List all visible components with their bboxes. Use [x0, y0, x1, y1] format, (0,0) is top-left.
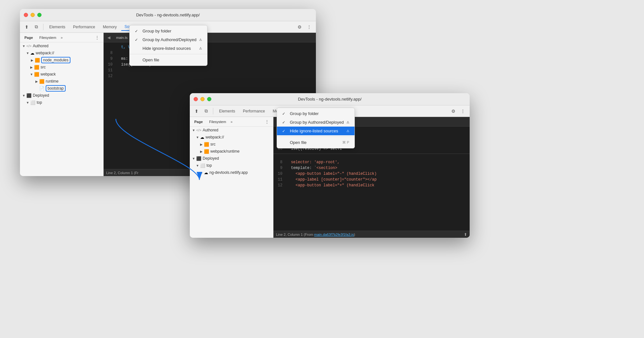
tab-performance-1[interactable]: Performance — [70, 23, 98, 31]
tree-item-src-2[interactable]: ▶ 🟧 src — [190, 141, 273, 148]
tree-item-webpack-2[interactable]: ▼ ☁ webpack:// — [190, 134, 273, 141]
tab-memory-1[interactable]: Memory — [100, 23, 120, 31]
close-button-2[interactable] — [194, 97, 198, 101]
code-text: <app-button label="-" (handleClick) — [286, 172, 470, 176]
sub-menu-btn-1[interactable]: ⋮ — [94, 34, 101, 41]
toolbar-right-1: ⚙ ⋮ — [295, 23, 313, 31]
cursor-icon-2[interactable]: ⬆ — [192, 107, 201, 115]
context-menu-2: ✓ Group by folder ✓ Group by Authored/De… — [277, 117, 355, 148]
line-number: 9 — [273, 166, 286, 170]
tree-item-top[interactable]: ▼ ⬜ top — [20, 99, 103, 106]
maximize-button-1[interactable] — [37, 13, 41, 17]
more-icon-2[interactable]: ⋮ — [459, 107, 467, 115]
expand-icon: ▶ — [199, 171, 204, 174]
filesystem-tab-1[interactable]: Filesystem — [37, 35, 58, 40]
folder-icon: 🟧 — [204, 142, 209, 147]
menu-label: Group by Authored/Deployed — [290, 120, 344, 125]
minimize-button-1[interactable] — [31, 13, 35, 17]
layers-icon[interactable]: ⧉ — [32, 23, 41, 31]
status-text: Line 2, Column 1 (Fr — [106, 171, 138, 175]
tag-icon: </> — [26, 44, 32, 48]
expand-icon: ▼ — [21, 94, 26, 97]
menu-group-by-authored-2[interactable]: ✓ Group by Authored/Deployed ⚠ — [277, 118, 354, 127]
check-icon: ✓ — [135, 38, 140, 42]
bootstrap-label: bootstrap — [46, 85, 66, 92]
sub-more-2[interactable]: » — [231, 120, 233, 124]
statusbar-2: Line 2, Column 1 (From main.da63f7b2fe3f… — [273, 231, 470, 238]
tab-elements-1[interactable]: Elements — [46, 23, 69, 31]
tree-item-webpack-runtime-2[interactable]: ▶ 🟧 webpack/runtime — [190, 148, 273, 155]
expand-icon: ▼ — [195, 164, 200, 167]
expand-icon: ▼ — [21, 44, 26, 48]
page-tab-2[interactable]: Page — [192, 119, 205, 124]
folder-icon: 🟧 — [35, 58, 40, 63]
tree-item-top-2[interactable]: ▼ ⬜ top — [190, 162, 273, 169]
expand-icon[interactable]: ⬆ — [464, 232, 467, 237]
deployed-label-2: Deployed — [203, 156, 219, 161]
tree-item-authored[interactable]: ▼ </> Authored — [20, 42, 103, 49]
layers-icon-2[interactable]: ⧉ — [202, 107, 210, 115]
check-icon: ✓ — [135, 33, 140, 33]
cloud-icon: ☁ — [30, 51, 34, 56]
top-label-2: top — [207, 163, 212, 168]
traffic-lights-2[interactable] — [194, 97, 211, 101]
tab-performance-2[interactable]: Performance — [240, 108, 268, 115]
src-label-2: src — [210, 142, 216, 147]
folder-icon: 🟧 — [39, 79, 44, 84]
file-tree-1: ▼ </> Authored ▼ ☁ webpack:// ▶ 🟧 node_m… — [20, 42, 103, 106]
tree-item-ng-devtools-2[interactable]: ▶ ☁ ng-devtools.netlify.app — [190, 169, 273, 176]
maximize-button-2[interactable] — [207, 97, 211, 101]
page-tab-1[interactable]: Page — [23, 35, 35, 40]
expand-icon: ▼ — [25, 51, 30, 55]
tree-item-bootstrap[interactable]: ▶ 📄 bootstrap — [20, 85, 103, 92]
tree-item-webpack-folder[interactable]: ▼ 🟧 webpack — [20, 71, 103, 78]
tag-icon: </> — [196, 128, 201, 132]
tab-label: main.ts — [116, 36, 127, 40]
devtools-window-2[interactable]: DevTools - ng-devtools.netlify.app/ ⬆ ⧉ … — [190, 93, 470, 238]
authored-label: Authored — [33, 44, 49, 48]
context-menu-1: ✓ Group by folder ✓ Group by Authored/De… — [129, 33, 207, 66]
menu-open-file-2[interactable]: Open file ⌘ P — [277, 138, 354, 147]
toolbar-right-2: ⚙ ⋮ — [449, 107, 467, 115]
menu-hide-ignore-2[interactable]: ✓ Hide ignore-listed sources ⚠ — [277, 127, 354, 135]
sub-menu-btn-2[interactable]: ⋮ — [263, 119, 271, 125]
more-icon-1[interactable]: ⋮ — [305, 23, 313, 31]
file-icon: 📄 — [39, 86, 44, 91]
gear-icon-2[interactable]: ⚙ — [449, 107, 457, 115]
menu-hide-ignore[interactable]: Hide ignore-listed sources ⚠ — [130, 44, 207, 53]
tree-item-deployed-2[interactable]: ▼ ⬛ Deployed — [190, 155, 273, 162]
close-button-1[interactable] — [24, 13, 28, 17]
traffic-lights-1[interactable] — [24, 13, 41, 17]
tree-item-node-modules[interactable]: ▶ 🟧 node_modules — [20, 57, 103, 64]
warn-icon: ⚠ — [199, 38, 202, 41]
expand-icon: ▼ — [191, 129, 196, 132]
menu-open-file[interactable]: Open file — [130, 56, 207, 64]
gear-icon-1[interactable]: ⚙ — [295, 23, 304, 31]
main-ts-tab[interactable]: main.ts — [113, 34, 131, 41]
filesystem-tab-2[interactable]: Filesystem — [207, 119, 228, 124]
code-text: <app-button label="+" (handleClick — [286, 183, 470, 188]
tab-elements-2[interactable]: Elements — [216, 108, 238, 115]
tree-item-authored-2[interactable]: ▼ </> Authored — [190, 127, 273, 134]
code-line: 11 — [104, 68, 316, 74]
expand-icon: ▼ — [29, 73, 34, 76]
nav-back-btn[interactable]: ◀ — [106, 35, 112, 40]
sub-more-1[interactable]: » — [61, 36, 63, 40]
toolbar-separator — [43, 24, 43, 30]
tree-item-src[interactable]: ▶ 🟧 src — [20, 64, 103, 71]
tree-item-webpack[interactable]: ▼ ☁ webpack:// — [20, 49, 103, 57]
expand-icon: ▼ — [25, 101, 30, 104]
expand-icon: ▶ — [199, 143, 204, 146]
menu-group-by-authored[interactable]: ✓ Group by Authored/Deployed ⚠ — [130, 35, 207, 44]
check-icon: ✓ — [282, 120, 287, 125]
menu-group-by-folder[interactable]: ✓ Group by folder — [130, 33, 207, 35]
warn-icon: ⚠ — [346, 120, 349, 124]
cloud-icon: ☁ — [200, 135, 204, 140]
tree-item-runtime[interactable]: ▶ 🟧 runtime — [20, 78, 103, 85]
minimize-button-2[interactable] — [200, 97, 205, 101]
status-link[interactable]: main.da63f7b2fe3f1fa3.js — [314, 233, 354, 236]
cursor-icon[interactable]: ⬆ — [23, 23, 31, 31]
folder-icon: 🟧 — [204, 149, 209, 154]
window-title-2: DevTools - ng-devtools.netlify.app/ — [298, 97, 362, 102]
tree-item-deployed[interactable]: ▼ ⬛ Deployed — [20, 92, 103, 99]
